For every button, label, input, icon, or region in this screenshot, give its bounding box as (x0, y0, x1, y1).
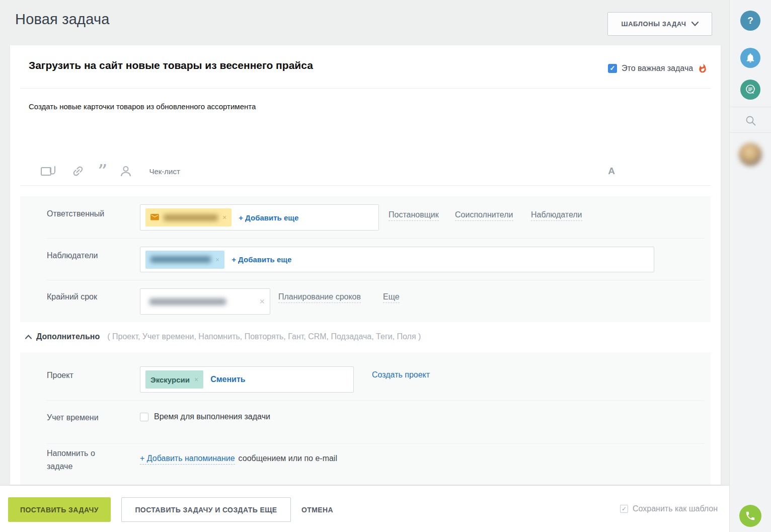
deadline-value-redacted (149, 298, 226, 305)
save-as-template-checkbox[interactable]: ✓ (620, 505, 628, 513)
time-tracking-checkbox[interactable] (140, 413, 148, 421)
phone-call-button[interactable] (739, 505, 761, 527)
deadline-planning-link[interactable]: Планирование сроков (278, 292, 361, 303)
project-input[interactable]: Экскурсии × Сменить (140, 366, 354, 393)
submit-task-button[interactable]: ПОСТАВИТЬ ЗАДАЧУ (8, 497, 111, 522)
time-tracking-control[interactable]: Время для выполнения задачи (140, 412, 270, 421)
fire-icon (698, 63, 708, 73)
editor-toolbar: ” Чек-лист A (30, 160, 634, 182)
submit-and-create-button[interactable]: ПОСТАВИТЬ ЗАДАЧУ И СОЗДАТЬ ЕЩЕ (121, 497, 291, 522)
chevron-up-icon (25, 335, 32, 339)
search-icon (744, 114, 757, 127)
remove-project-icon[interactable]: × (194, 375, 198, 384)
observers-link[interactable]: Наблюдатели (531, 210, 582, 221)
divider (47, 443, 704, 444)
observers-add-more-link[interactable]: + Добавить еще (232, 255, 291, 264)
clear-deadline-icon[interactable]: × (259, 296, 265, 307)
responsible-label: Ответственный (47, 209, 104, 218)
reminder-label: Напомнить о задаче (47, 447, 95, 473)
time-tracking-label: Учет времени (47, 413, 99, 422)
chat-bubble-icon (744, 84, 756, 96)
right-sidebar: ? (729, 0, 771, 532)
project-change-link[interactable]: Сменить (210, 375, 245, 384)
responsible-name-redacted (164, 214, 218, 221)
attach-file-icon[interactable] (40, 165, 56, 178)
observer-name-redacted (150, 256, 211, 263)
font-format-button[interactable]: A (608, 166, 615, 177)
cancel-button[interactable]: ОТМЕНА (301, 497, 333, 522)
bell-icon (745, 52, 756, 63)
divider (20, 88, 711, 89)
divider (730, 107, 771, 107)
responsible-tag[interactable]: × (145, 208, 232, 226)
responsible-add-more-link[interactable]: + Добавить еще (239, 213, 298, 222)
mention-person-icon[interactable] (119, 165, 132, 178)
reminder-control: + Добавить напоминание сообщением или по… (140, 454, 337, 465)
deadline-input[interactable]: × (140, 288, 270, 315)
link-icon[interactable] (71, 165, 85, 178)
observer-tag[interactable]: × (145, 251, 224, 269)
divider (47, 280, 704, 280)
project-tag-label: Экскурсии (150, 375, 190, 384)
help-button[interactable]: ? (740, 11, 760, 31)
divider (47, 238, 704, 239)
responsible-input[interactable]: × + Добавить еще (140, 204, 379, 231)
additional-section-toggle[interactable]: Дополнительно ( Проект, Учет времени, На… (25, 332, 421, 341)
people-deadline-panel: Ответственный × + Добавить еще Постановщ… (20, 196, 711, 322)
deadline-label: Крайний срок (47, 292, 97, 301)
phone-icon (745, 510, 756, 521)
notifications-button[interactable] (740, 48, 760, 68)
chevron-down-icon (691, 22, 699, 26)
task-templates-button[interactable]: ШАБЛОНЫ ЗАДАЧ (607, 12, 712, 36)
reminder-suffix: сообщением или по e-mail (239, 454, 337, 463)
avatar[interactable] (739, 143, 762, 166)
additional-items-list[interactable]: ( Проект, Учет времени, Напомнить, Повто… (107, 332, 421, 341)
task-templates-button-label: ШАБЛОНЫ ЗАДАЧ (621, 20, 686, 28)
create-project-link[interactable]: Создать проект (372, 370, 430, 379)
divider (730, 132, 771, 133)
search-button[interactable] (740, 110, 760, 130)
project-label: Проект (47, 371, 73, 380)
email-icon (150, 214, 159, 221)
chat-feedback-button[interactable] (740, 80, 760, 100)
observers-input[interactable]: × + Добавить еще (140, 247, 654, 272)
divider (20, 185, 711, 186)
save-as-template-control[interactable]: ✓ Сохранить как шаблон (620, 486, 718, 532)
task-description-input[interactable]: Создать новые карточки товаров из обновл… (29, 102, 256, 111)
divider (47, 400, 704, 401)
important-task-checkbox[interactable]: ✓ (608, 64, 617, 73)
save-as-template-label: Сохранить как шаблон (633, 504, 718, 513)
additional-section-label: Дополнительно (36, 332, 100, 341)
important-task-control[interactable]: ✓ Это важная задача (608, 63, 708, 73)
quote-icon[interactable]: ” (98, 165, 107, 178)
task-title-input[interactable]: Загрузить на сайт новые товары из весенн… (29, 59, 313, 71)
time-tracking-checkbox-label: Время для выполнения задачи (154, 412, 270, 421)
new-task-card: Загрузить на сайт новые товары из весенн… (10, 45, 721, 485)
important-task-label: Это важная задача (622, 64, 693, 73)
checklist-button[interactable]: Чек-лист (149, 167, 180, 176)
additional-panel: Проект Экскурсии × Сменить Создать проек… (20, 352, 711, 485)
originator-link[interactable]: Постановщик (389, 210, 439, 221)
page-title: Новая задача (15, 11, 110, 28)
project-tag[interactable]: Экскурсии × (145, 370, 203, 389)
deadline-more-link[interactable]: Еще (383, 292, 400, 303)
footer-action-bar: ПОСТАВИТЬ ЗАДАЧУ ПОСТАВИТЬ ЗАДАЧУ И СОЗД… (0, 486, 729, 532)
help-icon: ? (747, 15, 753, 26)
remove-observer-icon[interactable]: × (215, 256, 219, 264)
coexecutors-link[interactable]: Соисполнители (455, 210, 513, 221)
observers-label: Наблюдатели (47, 251, 98, 260)
add-reminder-link[interactable]: + Добавить напоминание (140, 454, 235, 465)
remove-responsible-icon[interactable]: × (222, 213, 226, 221)
